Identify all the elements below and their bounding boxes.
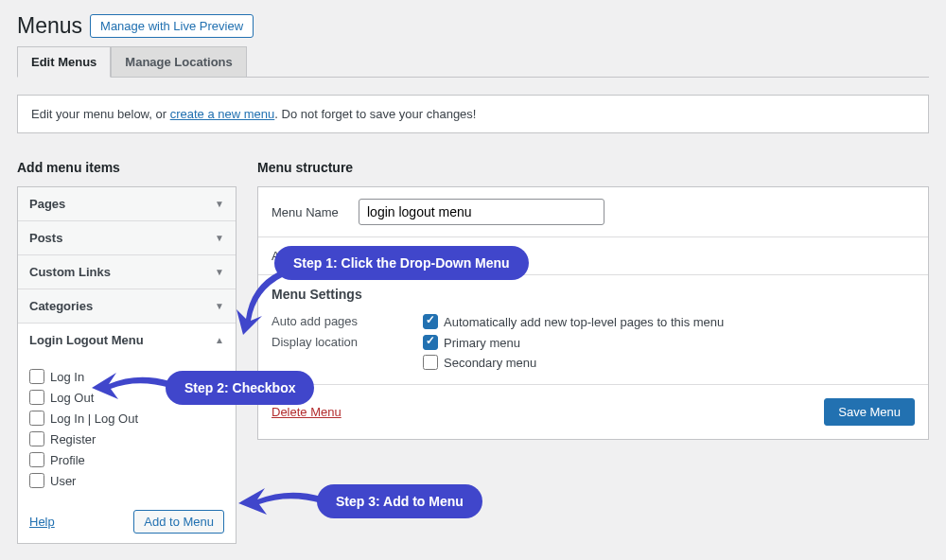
list-item: Profile: [29, 449, 224, 470]
acc-pages[interactable]: Pages▼: [18, 187, 236, 220]
arrow-icon: [236, 482, 326, 520]
checkbox-auto-add[interactable]: [423, 314, 438, 329]
page-title: Menus: [17, 13, 82, 39]
acc-categories[interactable]: Categories▼: [18, 289, 236, 323]
menu-name-label: Menu Name: [272, 205, 347, 219]
checkbox-secondary-menu[interactable]: [423, 355, 438, 370]
acc-posts[interactable]: Posts▼: [18, 221, 236, 254]
checkbox-login[interactable]: [29, 369, 44, 384]
checkbox-user[interactable]: [29, 473, 44, 488]
menu-settings-heading: Menu Settings: [272, 287, 915, 302]
add-items-heading: Add menu items: [17, 160, 236, 175]
chevron-up-icon: ▲: [215, 335, 224, 345]
notice-prefix: Edit your menu below, or: [31, 107, 170, 121]
list-item: Register: [29, 429, 224, 449]
page-header: Menus Manage with Live Preview: [17, 13, 929, 39]
notice-suffix: . Do not forget to save your changes!: [274, 107, 476, 121]
callout-step3: Step 3: Add to Menu: [317, 484, 482, 518]
tabs: Edit Menus Manage Locations: [17, 46, 929, 78]
arrow-icon: [232, 267, 289, 342]
accordion: Pages▼ Posts▼ Custom Links▼ Categories▼ …: [17, 186, 236, 544]
list-item: User: [29, 470, 224, 491]
auto-add-label: Auto add pages: [272, 314, 385, 329]
display-location-label: Display location: [272, 335, 385, 370]
help-link[interactable]: Help: [29, 515, 55, 529]
checkbox-login-logout[interactable]: [29, 411, 44, 426]
chevron-down-icon: ▼: [215, 267, 224, 277]
list-item: Log In | Log Out: [29, 408, 224, 429]
callout-step2: Step 2: Checkbox: [166, 371, 314, 405]
chevron-down-icon: ▼: [215, 301, 224, 311]
create-menu-link[interactable]: create a new menu: [170, 107, 275, 121]
save-menu-button[interactable]: Save Menu: [824, 398, 915, 426]
checkbox-primary-menu[interactable]: [423, 335, 438, 350]
chevron-down-icon: ▼: [215, 199, 224, 209]
tab-edit-menus[interactable]: Edit Menus: [17, 46, 111, 78]
checkbox-register[interactable]: [29, 431, 44, 446]
acc-login-logout[interactable]: Login Logout Menu▲: [18, 324, 236, 357]
checkbox-profile[interactable]: [29, 452, 44, 467]
add-to-menu-button[interactable]: Add to Menu: [133, 510, 224, 534]
acc-custom-links[interactable]: Custom Links▼: [18, 255, 236, 289]
arrow-icon: [90, 367, 175, 405]
menu-panel: Menu Name Ad Menu Settings Auto add page…: [257, 186, 929, 440]
callout-step1: Step 1: Click the Drop-Down Menu: [274, 246, 529, 280]
checkbox-logout[interactable]: [29, 390, 44, 405]
menu-structure-heading: Menu structure: [257, 160, 929, 175]
delete-menu-link[interactable]: Delete Menu: [272, 405, 342, 419]
tab-manage-locations[interactable]: Manage Locations: [111, 46, 246, 77]
chevron-down-icon: ▼: [215, 233, 224, 243]
notice-box: Edit your menu below, or create a new me…: [17, 95, 929, 133]
menu-name-input[interactable]: [359, 199, 604, 225]
live-preview-button[interactable]: Manage with Live Preview: [90, 14, 254, 38]
